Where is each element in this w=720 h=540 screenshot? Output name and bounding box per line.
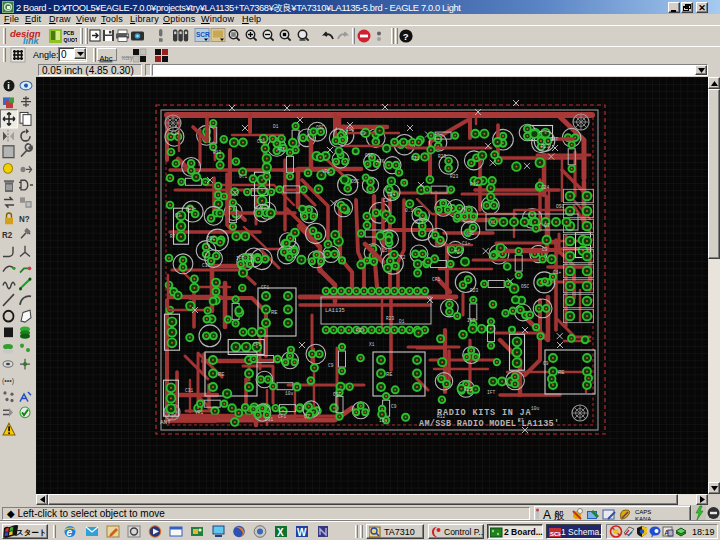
- svg-text:?: ?: [403, 31, 409, 42]
- svg-text:xay: xay: [122, 53, 134, 62]
- svg-text:SCH: SCH: [550, 531, 561, 537]
- svg-text:link: link: [23, 36, 39, 46]
- svg-text:C9: C9: [391, 404, 397, 409]
- svg-text:OSC: OSC: [521, 284, 529, 289]
- svg-text:OSC: OSC: [351, 179, 359, 184]
- svg-text:SCR: SCR: [196, 31, 210, 38]
- svg-text:AM/SSB RADIO MODEL'LA1135': AM/SSB RADIO MODEL'LA1135': [419, 419, 559, 429]
- svg-text:RE: RE: [386, 371, 393, 378]
- svg-text:RE: RE: [558, 369, 565, 376]
- svg-text:18:19: 18:19: [692, 527, 715, 537]
- svg-text:C24: C24: [387, 192, 395, 197]
- svg-text:CF1: CF1: [253, 342, 261, 347]
- svg-text:ANT: ANT: [160, 419, 171, 426]
- svg-text:C31: C31: [411, 156, 419, 161]
- svg-text:R23: R23: [356, 328, 364, 333]
- svg-text:R23: R23: [438, 154, 446, 159]
- svg-text:R23: R23: [386, 316, 394, 321]
- svg-text:L5: L5: [382, 248, 388, 253]
- svg-text:10u: 10u: [285, 391, 293, 396]
- svg-text:C9: C9: [542, 247, 548, 252]
- svg-text:LA1135: LA1135: [325, 307, 345, 314]
- svg-text:R23: R23: [470, 288, 478, 293]
- svg-text:R23: R23: [464, 387, 472, 392]
- svg-text:10u: 10u: [346, 127, 354, 132]
- svg-text:C31: C31: [185, 388, 193, 393]
- svg-text:CAPS: CAPS: [635, 509, 651, 515]
- svg-text:CF1: CF1: [466, 231, 474, 236]
- svg-text:IFT: IFT: [550, 137, 558, 142]
- svg-text:C9: C9: [543, 361, 549, 366]
- svg-text:i: i: [7, 81, 9, 91]
- svg-text:Q3: Q3: [304, 414, 310, 419]
- svg-text:D1: D1: [273, 124, 279, 129]
- svg-text:Q3: Q3: [175, 213, 181, 218]
- svg-text:C9: C9: [360, 131, 366, 136]
- svg-text:スタート: スタート: [16, 528, 47, 537]
- svg-text:C9: C9: [328, 363, 334, 368]
- svg-text:R23: R23: [415, 220, 423, 225]
- svg-text:R7: R7: [170, 234, 176, 239]
- svg-text:CF1: CF1: [261, 285, 269, 290]
- svg-text:OSC: OSC: [316, 125, 324, 130]
- svg-text:PCB: PCB: [64, 30, 75, 36]
- svg-text:VR1: VR1: [195, 410, 203, 415]
- svg-text:般: 般: [554, 509, 565, 521]
- svg-text:(•••): (•••): [2, 376, 14, 385]
- svg-text:0.1: 0.1: [239, 174, 247, 179]
- svg-text:C1+: C1+: [462, 241, 470, 246]
- svg-text:OSC: OSC: [333, 392, 341, 397]
- svg-text:Abc: Abc: [100, 54, 113, 63]
- svg-text:CF1: CF1: [278, 414, 286, 419]
- svg-text:R23: R23: [541, 144, 549, 149]
- svg-text:C1+: C1+: [188, 206, 196, 211]
- svg-text:OSC: OSC: [365, 153, 373, 158]
- svg-text:RE: RE: [218, 371, 225, 378]
- svg-text:CF1: CF1: [432, 277, 440, 282]
- svg-text:X1: X1: [369, 342, 375, 347]
- svg-text:VR1: VR1: [322, 169, 330, 174]
- svg-text:OSC: OSC: [556, 204, 564, 209]
- svg-text:RADIO KITS IN JA: RADIO KITS IN JA: [437, 408, 532, 418]
- svg-text:A: A: [543, 508, 551, 522]
- svg-text:C1+: C1+: [553, 270, 561, 275]
- svg-text:T2: T2: [400, 255, 406, 260]
- svg-text:R12: R12: [470, 182, 478, 187]
- svg-text:D1: D1: [399, 319, 405, 324]
- svg-text:C24: C24: [541, 185, 549, 190]
- svg-text:QUOTE: QUOTE: [64, 37, 78, 43]
- svg-text:C31: C31: [265, 417, 273, 422]
- svg-text:C24: C24: [383, 198, 391, 203]
- svg-text:R23: R23: [450, 174, 458, 179]
- svg-text:OSC: OSC: [207, 236, 215, 241]
- svg-text:47K: 47K: [277, 147, 285, 152]
- svg-text:IFT: IFT: [487, 390, 495, 395]
- svg-text:C31: C31: [257, 139, 265, 144]
- svg-text:10u: 10u: [379, 418, 387, 423]
- svg-text:Q3: Q3: [544, 223, 550, 228]
- svg-text:X1: X1: [490, 220, 496, 225]
- svg-text:IFT: IFT: [236, 256, 244, 261]
- svg-text:10u: 10u: [531, 406, 539, 411]
- svg-text:IFT: IFT: [467, 318, 475, 323]
- svg-text:47K: 47K: [376, 159, 384, 164]
- svg-text:R12: R12: [213, 150, 221, 155]
- svg-text:X: X: [277, 527, 284, 538]
- svg-text:RE: RE: [271, 309, 278, 316]
- svg-text:N?: N?: [19, 214, 30, 224]
- svg-text:R2: R2: [2, 230, 13, 240]
- svg-text:T2: T2: [454, 250, 460, 255]
- svg-text:W: W: [297, 527, 307, 538]
- svg-text:C24: C24: [171, 131, 179, 136]
- svg-text:C31: C31: [202, 263, 210, 268]
- svg-text:0.1: 0.1: [405, 208, 413, 213]
